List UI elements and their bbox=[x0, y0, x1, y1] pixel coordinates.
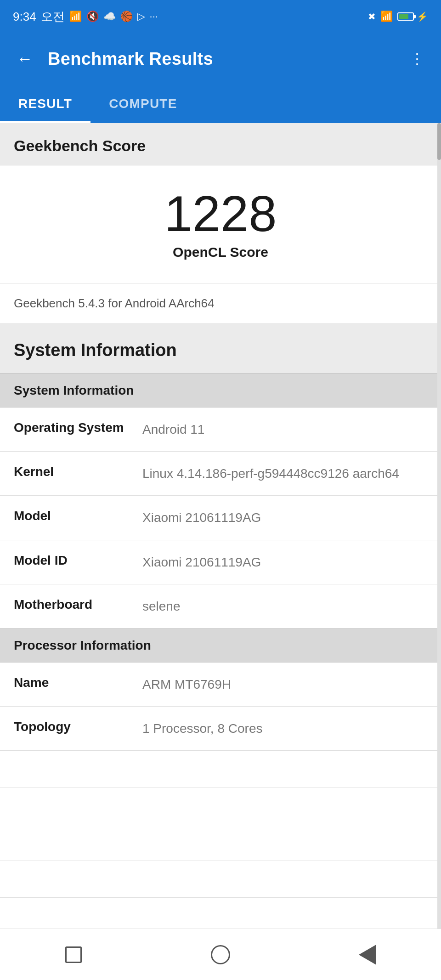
nav-back-button[interactable] bbox=[349, 936, 386, 973]
tabs-bar: RESULT COMPUTE bbox=[0, 85, 441, 123]
info-group-system-label: System Information bbox=[14, 383, 134, 397]
more-button[interactable]: ⋮ bbox=[406, 46, 428, 71]
info-label-os: Operating System bbox=[14, 420, 142, 435]
system-info-section-header: System Information bbox=[0, 324, 441, 374]
app-bar-title: Benchmark Results bbox=[48, 49, 395, 69]
info-value-os: Android 11 bbox=[142, 420, 427, 438]
info-label-model: Model bbox=[14, 509, 142, 523]
spacer-row-3 bbox=[0, 824, 441, 861]
nav-bar bbox=[0, 929, 441, 980]
info-row-motherboard: Motherboard selene bbox=[0, 584, 441, 629]
status-left: 9:34 오전 📶 🔇 ☁️ 🏀 ▷ ··· bbox=[13, 9, 158, 25]
version-text: Geekbench 5.4.3 for Android AArch64 bbox=[14, 296, 215, 310]
info-row-topology: Topology 1 Processor, 8 Cores bbox=[0, 707, 441, 751]
nav-home-button[interactable] bbox=[202, 936, 239, 973]
info-value-kernel: Linux 4.14.186-perf-g594448cc9126 aarch6… bbox=[142, 465, 427, 482]
score-card: 1228 OpenCL Score bbox=[0, 165, 441, 283]
spacer-row-4 bbox=[0, 861, 441, 898]
basketball-icon: 🏀 bbox=[120, 11, 133, 23]
info-row-modelid: Model ID Xiaomi 21061119AG bbox=[0, 540, 441, 584]
tab-compute-label: COMPUTE bbox=[109, 96, 177, 111]
info-value-model: Xiaomi 21061119AG bbox=[142, 509, 427, 527]
info-row-kernel: Kernel Linux 4.14.186-perf-g594448cc9126… bbox=[0, 452, 441, 496]
spacer-row-2 bbox=[0, 787, 441, 824]
info-group-processor-label: Processor Information bbox=[14, 638, 151, 652]
play-icon: ▷ bbox=[137, 11, 145, 23]
geekbench-header-text: Geekbench Score bbox=[14, 137, 146, 154]
score-number: 1228 bbox=[164, 188, 277, 239]
geekbench-section-header: Geekbench Score bbox=[0, 123, 441, 165]
info-value-modelid: Xiaomi 21061119AG bbox=[142, 553, 427, 571]
info-value-proc-name: ARM MT6769H bbox=[142, 675, 427, 693]
tab-compute[interactable]: COMPUTE bbox=[90, 85, 195, 123]
info-group-processor: Processor Information bbox=[0, 629, 441, 663]
system-info-header-text: System Information bbox=[14, 340, 177, 360]
cloud-icon: ☁️ bbox=[103, 11, 116, 23]
status-right: ✖ 📶 ⚡ bbox=[368, 11, 428, 23]
battery-icon: ⚡ bbox=[397, 11, 428, 22]
signal-icon: 📶 bbox=[69, 11, 82, 23]
info-label-topology: Topology bbox=[14, 719, 142, 734]
version-row: Geekbench 5.4.3 for Android AArch64 bbox=[0, 283, 441, 324]
status-bar: 9:34 오전 📶 🔇 ☁️ 🏀 ▷ ··· ✖ 📶 ⚡ bbox=[0, 0, 441, 33]
info-row-os: Operating System Android 11 bbox=[0, 408, 441, 452]
info-label-modelid: Model ID bbox=[14, 553, 142, 568]
back-icon bbox=[359, 945, 376, 965]
scrollbar[interactable] bbox=[437, 123, 441, 929]
status-ampm: 오전 bbox=[41, 9, 65, 25]
info-value-topology: 1 Processor, 8 Cores bbox=[142, 719, 427, 737]
battery-body bbox=[397, 12, 414, 21]
charge-icon: ⚡ bbox=[417, 11, 428, 22]
battery-fill bbox=[399, 14, 408, 19]
content-area: Geekbench Score 1228 OpenCL Score Geekbe… bbox=[0, 123, 441, 980]
app-bar: ← Benchmark Results ⋮ bbox=[0, 33, 441, 85]
status-time: 9:34 bbox=[13, 10, 36, 24]
dots-icon: ··· bbox=[150, 11, 158, 23]
sim-icon: ✖ bbox=[368, 11, 376, 22]
wifi-icon: 📶 bbox=[380, 11, 393, 23]
back-button[interactable]: ← bbox=[13, 45, 37, 72]
info-label-proc-name: Name bbox=[14, 675, 142, 690]
info-row-proc-name: Name ARM MT6769H bbox=[0, 663, 441, 707]
mute-icon: 🔇 bbox=[86, 11, 99, 23]
info-label-motherboard: Motherboard bbox=[14, 597, 142, 612]
scrollbar-thumb[interactable] bbox=[437, 123, 441, 160]
info-label-kernel: Kernel bbox=[14, 465, 142, 479]
nav-recents-button[interactable] bbox=[55, 936, 92, 973]
tab-result[interactable]: RESULT bbox=[0, 85, 90, 123]
info-row-model: Model Xiaomi 21061119AG bbox=[0, 496, 441, 540]
info-group-system: System Information bbox=[0, 374, 441, 408]
tab-result-label: RESULT bbox=[18, 96, 72, 111]
info-value-motherboard: selene bbox=[142, 597, 427, 615]
score-label: OpenCL Score bbox=[173, 244, 268, 260]
recents-icon bbox=[65, 946, 82, 963]
home-icon bbox=[211, 945, 230, 964]
spacer-row-1 bbox=[0, 751, 441, 787]
